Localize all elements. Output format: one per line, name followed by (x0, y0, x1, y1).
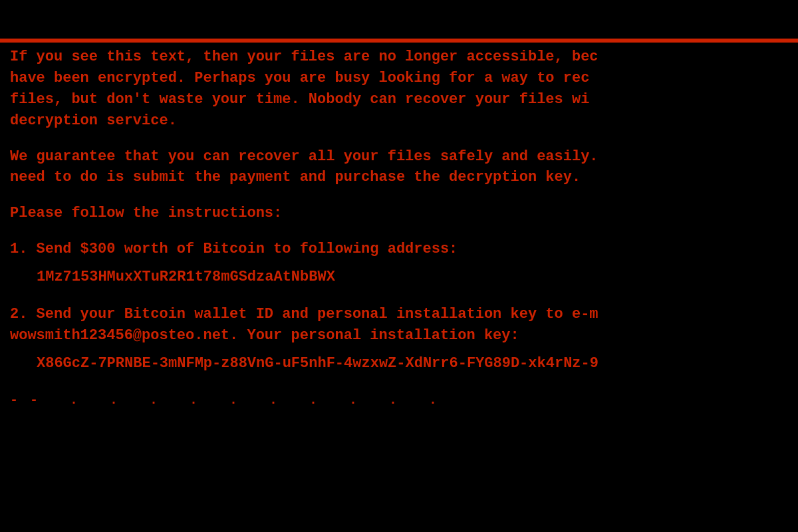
p2-line1: We guarantee that you can recover all yo… (10, 146, 798, 168)
ransomware-screen: If you see this text, then your files ar… (0, 0, 798, 532)
p1-line2: have been encrypted. Perhaps you are bus… (10, 68, 798, 89)
step2-line2: wowsmith123456@posteo.net. Your personal… (10, 325, 798, 346)
p1-line3: files, but don't waste your time. Nobody… (10, 89, 798, 110)
step-1: 1. Send $300 worth of Bitcoin to followi… (10, 239, 798, 288)
red-horizontal-bar (0, 39, 798, 43)
installation-key: X86GcZ-7PRNBE-3mNFMp-z88VnG-uF5nhF-4wzxw… (37, 353, 798, 374)
p1-line4: decryption service. (10, 110, 798, 132)
paragraph-2: We guarantee that you can recover all yo… (10, 146, 798, 189)
step-2: 2. Send your Bitcoin wallet ID and perso… (10, 304, 798, 374)
installation-key-block: X86GcZ-7PRNBE-3mNFMp-z88VnG-uF5nhF-4wzxw… (37, 353, 798, 374)
bitcoin-address: 1Mz7153HMuxXTuR2R1t78mGSdzaAtNbBWX (37, 267, 798, 288)
step2-label: 2. Send your Bitcoin wallet ID and perso… (10, 304, 798, 325)
paragraph-1: If you see this text, then your files ar… (10, 47, 798, 132)
ransomware-message: If you see this text, then your files ar… (10, 47, 798, 410)
p1-line1: If you see this text, then your files ar… (10, 47, 798, 68)
p2-line2: need to do is submit the payment and pur… (10, 167, 798, 188)
dots-separator: -- . . . . . . . . . . (10, 390, 798, 410)
step1-label: 1. Send $300 worth of Bitcoin to followi… (10, 239, 798, 260)
bitcoin-address-block: 1Mz7153HMuxXTuR2R1t78mGSdzaAtNbBWX (37, 267, 798, 288)
instructions-header-block: Please follow the instructions: (10, 203, 798, 224)
instructions-header: Please follow the instructions: (10, 203, 798, 224)
